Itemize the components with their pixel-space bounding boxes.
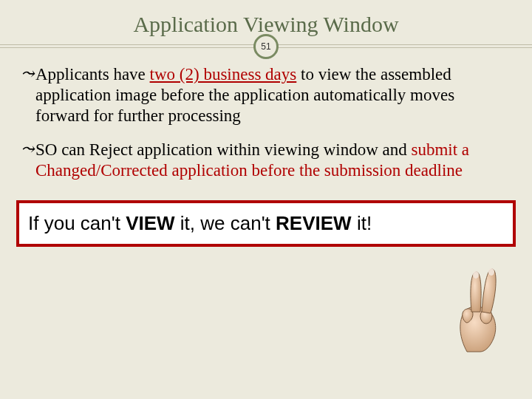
text-fragment: it! [352, 212, 372, 234]
emphasis-text: REVIEW [276, 212, 352, 234]
bullet-text: SO can Reject application within viewing… [35, 140, 511, 181]
svg-point-1 [473, 271, 479, 279]
page-number-badge: 51 [253, 34, 279, 59]
slide-body: ⤳ Applicants have two (2) business days … [0, 48, 532, 181]
svg-point-2 [488, 268, 494, 276]
callout-box: If you can't VIEW it, we can't REVIEW it… [16, 200, 516, 247]
bullet-item: ⤳ SO can Reject application within viewi… [21, 140, 511, 181]
bullet-text: Applicants have two (2) business days to… [35, 64, 511, 126]
text-fragment: If you can't [28, 212, 126, 234]
bullet-item: ⤳ Applicants have two (2) business days … [21, 64, 511, 126]
slide: Application Viewing Window 51 ⤳ Applican… [0, 12, 532, 399]
emphasis-text: two (2) business days [150, 65, 297, 83]
emphasis-text: VIEW [126, 212, 174, 234]
text-fragment: it, we can't [175, 212, 276, 234]
bullet-glyph-icon: ⤳ [21, 64, 34, 126]
text-fragment: Applicants have [35, 65, 150, 83]
slide-title: Application Viewing Window [0, 12, 532, 37]
bullet-glyph-icon: ⤳ [21, 140, 34, 181]
text-fragment: SO can Reject application within viewing… [35, 140, 411, 159]
peace-hand-icon [445, 265, 511, 353]
